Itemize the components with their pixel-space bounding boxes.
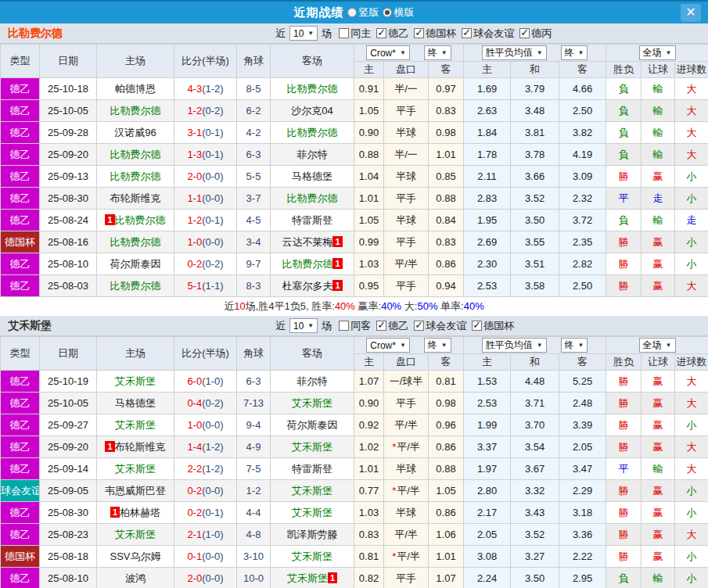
filter-controls: 近 10 场 同客 德乙球会友谊德国杯 [275,318,514,333]
eu-away-odds: 2.32 [559,188,606,210]
home-team-cell: 比勒费尔德 [97,166,174,188]
bookmaker-select[interactable]: Crow* [366,338,410,353]
panel-title: 近期战绩 [294,5,344,20]
team-label: 荷尔斯泰因 [287,419,338,431]
same-venue-checkbox[interactable] [339,321,349,331]
handicap-result: 赢 [642,436,675,458]
summary-segment: 场,胜4平1负5, 胜率: [246,300,335,312]
league-checkbox-label: 德国杯 [483,319,514,333]
col-date: 日期 [40,337,97,371]
fulltime-select[interactable]: 全场 [639,45,676,60]
away-team-cell: 艾禾斯堡 [271,502,354,524]
eu-home-odds: 1.99 [464,414,511,436]
europe-time-select[interactable]: 终 [561,45,588,60]
home-team-cell: 荷尔斯泰因 [97,253,174,275]
halftime-score: (0-1) [202,214,223,226]
league-type-cell: 德乙 [1,188,40,210]
fulltime-select[interactable]: 全场 [639,338,676,353]
winloss-result: 勝 [606,480,642,502]
eu-draw-odds: 3.50 [511,210,559,231]
league-checkboxes: 德乙球会友谊德国杯 [371,319,514,333]
halftime-score: (1-1) [202,280,223,292]
winloss-result: 負 [606,122,642,144]
radio-icon-selected[interactable] [383,8,392,17]
ah-away-odds: 1.01 [429,546,464,568]
eu-draw-odds: 3.27 [511,546,559,568]
bookmaker-select[interactable]: Crow* [366,45,410,60]
corner-cell: 6-2 [237,100,271,122]
handicap-result: 走 [642,188,675,210]
fulltime-score: 4-3 [187,83,202,95]
ah-handicap: 平/半 [384,253,429,275]
team-label: 艾禾斯堡 [287,572,328,584]
halftime-score: (0-1) [202,507,223,518]
col-type: 类型 [1,45,40,78]
team-label: 艾禾斯堡 [115,463,156,475]
corner-cell: 6-3 [237,144,271,166]
ah-away-odds: 0.98 [429,393,464,414]
team-label: 艾禾斯堡 [115,419,156,431]
winloss-result: 勝 [606,253,642,275]
league-type-cell: 德乙 [1,100,40,122]
league-checkbox[interactable] [376,28,386,38]
ah-home-odds: 0.82 [354,568,384,588]
league-checkbox[interactable] [376,321,386,331]
team-filter-bar: 比勒费尔德 近 10 场 同主 德乙德国杯球会友谊德丙 [0,23,708,44]
ah-handicap: 平手 [384,231,429,253]
europe-avg-select[interactable]: 胜平负均值 [482,338,547,353]
eu-draw-odds: 3.55 [511,231,559,253]
sub-eu-home: 主 [464,62,511,78]
eu-draw-odds: 3.81 [511,122,559,144]
ah-home-odds: 0.92 [354,414,384,436]
goals-result: 大 [675,458,708,480]
ah-handicap: 平手 [384,188,429,210]
games-label: 场 [322,319,332,333]
home-team-cell: 比勒费尔德 [97,231,174,253]
ah-home-odds: 0.81 [354,546,384,568]
match-row: 德乙25-08-10荷尔斯泰因0-2(0-2)9-7比勒费尔德11.03平/半0… [1,253,708,275]
recent-count-select[interactable]: 10 [289,318,318,333]
matches-table-away: 类型 日期 主场 比分(半场) 角球 客场 Crow* 终 胜平负均值 终 全场 [0,336,708,588]
team-label: 韦恩威斯巴登 [105,485,166,497]
odds-time-select[interactable]: 终 [424,338,451,353]
league-checkbox[interactable] [519,28,530,38]
league-checkbox[interactable] [472,321,482,331]
col-home: 主场 [97,45,174,78]
close-icon[interactable]: ✕ [681,4,701,22]
handicap-result: 輸 [642,122,675,144]
radio-horizontal-layout[interactable]: 横版 [383,5,415,20]
team-label: 艾禾斯堡 [115,375,156,387]
corner-cell: 7-5 [237,458,271,480]
goals-result: 大 [675,371,708,393]
recent-count-select[interactable]: 10 [289,26,318,41]
corner-cell: 6-3 [237,371,271,393]
team-label: 比勒费尔德 [110,149,161,160]
europe-avg-select[interactable]: 胜平负均值 [482,45,547,60]
eu-home-odds: 2.17 [464,502,511,524]
same-venue-checkbox[interactable] [339,28,349,38]
halftime-score: (0-0) [202,485,223,497]
live-odds-star: * [392,485,396,497]
league-checkbox-label: 德乙 [388,319,408,333]
league-type-cell: 德国杯 [1,231,40,253]
league-checkbox[interactable] [414,321,424,331]
goals-result: 大 [675,524,708,546]
europe-time-select[interactable]: 终 [561,338,588,353]
odds-time-select[interactable]: 终 [424,45,451,60]
fulltime-score: 0-2 [187,485,202,497]
radio-icon[interactable] [347,8,357,17]
radio-vertical-layout[interactable]: 竖版 [347,5,379,20]
home-team-cell: 1布轮斯维克 [97,436,174,458]
matches-table-home: 类型 日期 主场 比分(半场) 角球 客场 Crow* 终 胜平负均值 终 全场 [0,44,708,297]
corner-cell: 5-5 [237,166,271,188]
sub-eu-away: 客 [559,354,606,371]
winloss-result: 負 [606,210,642,231]
league-checkbox[interactable] [414,28,424,38]
eu-away-odds: 3.82 [559,122,606,144]
league-checkbox[interactable] [462,28,472,38]
handicap-result: 赢 [642,275,675,297]
team-name-home: 比勒费尔德 [8,27,63,41]
match-row: 德乙25-10-19艾禾斯堡6-0(1-0)6-3菲尔特1.07一/球半0.81… [1,371,708,393]
home-team-cell: 比勒费尔德 [97,144,174,166]
ah-home-odds: 0.77 [354,480,384,502]
